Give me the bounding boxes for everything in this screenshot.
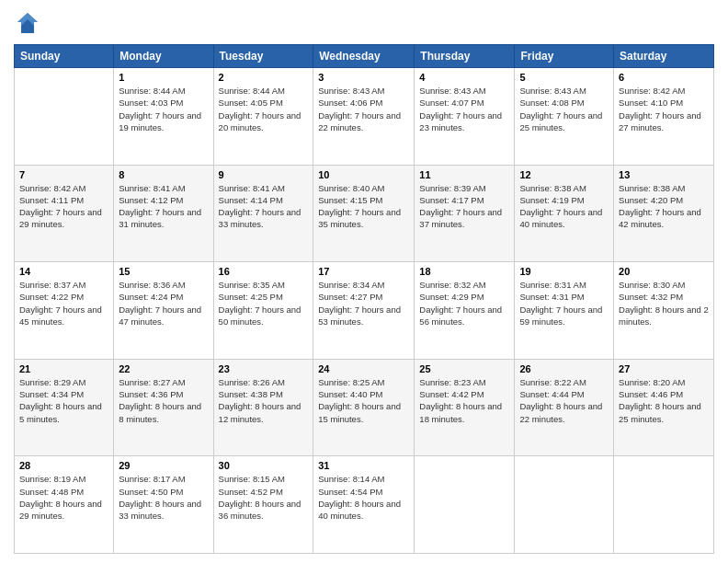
day-info: Sunrise: 8:36 AMSunset: 4:24 PMDaylight:… xyxy=(119,279,208,327)
day-info: Sunrise: 8:39 AMSunset: 4:17 PMDaylight:… xyxy=(419,182,509,231)
day-number: 7 xyxy=(19,169,108,180)
day-number: 3 xyxy=(318,72,409,83)
calendar-cell: 2Sunrise: 8:44 AMSunset: 4:05 PMDaylight… xyxy=(213,68,313,166)
day-info: Sunrise: 8:23 AMSunset: 4:42 PMDaylight:… xyxy=(419,376,509,425)
day-number: 31 xyxy=(318,460,409,471)
calendar-cell: 18Sunrise: 8:32 AMSunset: 4:29 PMDayligh… xyxy=(415,262,515,360)
day-number: 1 xyxy=(119,72,208,83)
calendar-cell: 7Sunrise: 8:42 AMSunset: 4:11 PMDaylight… xyxy=(15,165,114,262)
day-info: Sunrise: 8:22 AMSunset: 4:44 PMDaylight:… xyxy=(519,376,609,425)
calendar-cell: 27Sunrise: 8:20 AMSunset: 4:46 PMDayligh… xyxy=(614,359,714,456)
day-info: Sunrise: 8:20 AMSunset: 4:46 PMDaylight:… xyxy=(619,376,709,425)
day-info: Sunrise: 8:35 AMSunset: 4:25 PMDaylight:… xyxy=(219,279,309,327)
day-info: Sunrise: 8:15 AMSunset: 4:52 PMDaylight:… xyxy=(219,473,309,522)
day-info: Sunrise: 8:30 AMSunset: 4:32 PMDaylight:… xyxy=(619,279,709,327)
day-number: 4 xyxy=(419,72,509,83)
day-number: 22 xyxy=(119,363,208,374)
day-info: Sunrise: 8:38 AMSunset: 4:19 PMDaylight:… xyxy=(519,182,609,231)
calendar-cell: 24Sunrise: 8:25 AMSunset: 4:40 PMDayligh… xyxy=(313,359,415,456)
day-info: Sunrise: 8:25 AMSunset: 4:40 PMDaylight:… xyxy=(318,376,409,425)
day-number: 26 xyxy=(519,363,609,374)
day-number: 30 xyxy=(219,460,309,471)
day-info: Sunrise: 8:34 AMSunset: 4:27 PMDaylight:… xyxy=(318,279,409,327)
calendar-week-3: 14Sunrise: 8:37 AMSunset: 4:22 PMDayligh… xyxy=(15,262,714,360)
calendar-header-row: SundayMondayTuesdayWednesdayThursdayFrid… xyxy=(15,45,714,68)
calendar-cell: 28Sunrise: 8:19 AMSunset: 4:48 PMDayligh… xyxy=(15,456,114,554)
calendar-header-friday: Friday xyxy=(515,45,614,68)
calendar-header-saturday: Saturday xyxy=(614,45,714,68)
day-info: Sunrise: 8:31 AMSunset: 4:31 PMDaylight:… xyxy=(519,279,609,327)
calendar-cell: 6Sunrise: 8:42 AMSunset: 4:10 PMDaylight… xyxy=(614,68,714,166)
calendar-week-2: 7Sunrise: 8:42 AMSunset: 4:11 PMDaylight… xyxy=(15,165,714,262)
day-number: 13 xyxy=(619,169,709,180)
day-number: 11 xyxy=(419,169,509,180)
day-info: Sunrise: 8:17 AMSunset: 4:50 PMDaylight:… xyxy=(119,473,208,522)
calendar-cell: 30Sunrise: 8:15 AMSunset: 4:52 PMDayligh… xyxy=(213,456,313,554)
calendar-cell xyxy=(515,456,614,554)
calendar-cell: 19Sunrise: 8:31 AMSunset: 4:31 PMDayligh… xyxy=(515,262,614,360)
calendar-cell: 4Sunrise: 8:43 AMSunset: 4:07 PMDaylight… xyxy=(415,68,515,166)
calendar-header-sunday: Sunday xyxy=(15,45,114,68)
calendar-cell: 21Sunrise: 8:29 AMSunset: 4:34 PMDayligh… xyxy=(15,359,114,456)
day-info: Sunrise: 8:42 AMSunset: 4:11 PMDaylight:… xyxy=(19,182,108,231)
calendar-header-tuesday: Tuesday xyxy=(213,45,313,68)
day-info: Sunrise: 8:32 AMSunset: 4:29 PMDaylight:… xyxy=(419,279,509,327)
day-info: Sunrise: 8:42 AMSunset: 4:10 PMDaylight:… xyxy=(619,85,709,133)
day-info: Sunrise: 8:29 AMSunset: 4:34 PMDaylight:… xyxy=(19,376,108,425)
day-number: 29 xyxy=(119,460,208,471)
calendar-cell: 11Sunrise: 8:39 AMSunset: 4:17 PMDayligh… xyxy=(415,165,515,262)
day-number: 25 xyxy=(419,363,509,374)
calendar-week-5: 28Sunrise: 8:19 AMSunset: 4:48 PMDayligh… xyxy=(15,456,714,554)
calendar-header-wednesday: Wednesday xyxy=(313,45,415,68)
day-number: 14 xyxy=(19,266,108,277)
calendar-cell: 17Sunrise: 8:34 AMSunset: 4:27 PMDayligh… xyxy=(313,262,415,360)
calendar-cell: 22Sunrise: 8:27 AMSunset: 4:36 PMDayligh… xyxy=(114,359,213,456)
calendar-cell: 5Sunrise: 8:43 AMSunset: 4:08 PMDaylight… xyxy=(515,68,614,166)
calendar-header-monday: Monday xyxy=(114,45,213,68)
day-number: 17 xyxy=(318,266,409,277)
day-number: 24 xyxy=(318,363,409,374)
day-number: 9 xyxy=(219,169,309,180)
day-number: 19 xyxy=(519,266,609,277)
day-info: Sunrise: 8:19 AMSunset: 4:48 PMDaylight:… xyxy=(19,473,108,522)
day-info: Sunrise: 8:44 AMSunset: 4:03 PMDaylight:… xyxy=(119,85,208,133)
calendar-cell: 25Sunrise: 8:23 AMSunset: 4:42 PMDayligh… xyxy=(415,359,515,456)
day-number: 2 xyxy=(219,72,309,83)
calendar-cell xyxy=(415,456,515,554)
day-info: Sunrise: 8:44 AMSunset: 4:05 PMDaylight:… xyxy=(219,85,309,133)
day-info: Sunrise: 8:43 AMSunset: 4:06 PMDaylight:… xyxy=(318,85,409,133)
day-number: 21 xyxy=(19,363,108,374)
day-info: Sunrise: 8:27 AMSunset: 4:36 PMDaylight:… xyxy=(119,376,208,425)
day-info: Sunrise: 8:40 AMSunset: 4:15 PMDaylight:… xyxy=(318,182,409,231)
calendar-cell: 23Sunrise: 8:26 AMSunset: 4:38 PMDayligh… xyxy=(213,359,313,456)
calendar-cell: 26Sunrise: 8:22 AMSunset: 4:44 PMDayligh… xyxy=(515,359,614,456)
day-number: 6 xyxy=(619,72,709,83)
calendar-cell: 13Sunrise: 8:38 AMSunset: 4:20 PMDayligh… xyxy=(614,165,714,262)
day-info: Sunrise: 8:43 AMSunset: 4:08 PMDaylight:… xyxy=(519,85,609,133)
calendar-cell: 12Sunrise: 8:38 AMSunset: 4:19 PMDayligh… xyxy=(515,165,614,262)
page: SundayMondayTuesdayWednesdayThursdayFrid… xyxy=(0,0,728,563)
header xyxy=(14,9,714,37)
calendar-cell: 15Sunrise: 8:36 AMSunset: 4:24 PMDayligh… xyxy=(114,262,213,360)
calendar-cell: 8Sunrise: 8:41 AMSunset: 4:12 PMDaylight… xyxy=(114,165,213,262)
calendar-cell xyxy=(614,456,714,554)
day-info: Sunrise: 8:14 AMSunset: 4:54 PMDaylight:… xyxy=(318,473,409,522)
day-info: Sunrise: 8:43 AMSunset: 4:07 PMDaylight:… xyxy=(419,85,509,133)
calendar-cell: 3Sunrise: 8:43 AMSunset: 4:06 PMDaylight… xyxy=(313,68,415,166)
day-number: 10 xyxy=(318,169,409,180)
day-info: Sunrise: 8:38 AMSunset: 4:20 PMDaylight:… xyxy=(619,182,709,231)
day-number: 20 xyxy=(619,266,709,277)
day-number: 12 xyxy=(519,169,609,180)
day-number: 23 xyxy=(219,363,309,374)
calendar-cell: 29Sunrise: 8:17 AMSunset: 4:50 PMDayligh… xyxy=(114,456,213,554)
day-info: Sunrise: 8:41 AMSunset: 4:12 PMDaylight:… xyxy=(119,182,208,231)
calendar-table: SundayMondayTuesdayWednesdayThursdayFrid… xyxy=(14,44,714,554)
calendar-week-1: 1Sunrise: 8:44 AMSunset: 4:03 PMDaylight… xyxy=(15,68,714,166)
day-info: Sunrise: 8:26 AMSunset: 4:38 PMDaylight:… xyxy=(219,376,309,425)
calendar-cell: 1Sunrise: 8:44 AMSunset: 4:03 PMDaylight… xyxy=(114,68,213,166)
day-number: 28 xyxy=(19,460,108,471)
logo-icon xyxy=(14,9,41,37)
calendar-cell xyxy=(15,68,114,166)
logo xyxy=(14,9,45,37)
day-number: 15 xyxy=(119,266,208,277)
